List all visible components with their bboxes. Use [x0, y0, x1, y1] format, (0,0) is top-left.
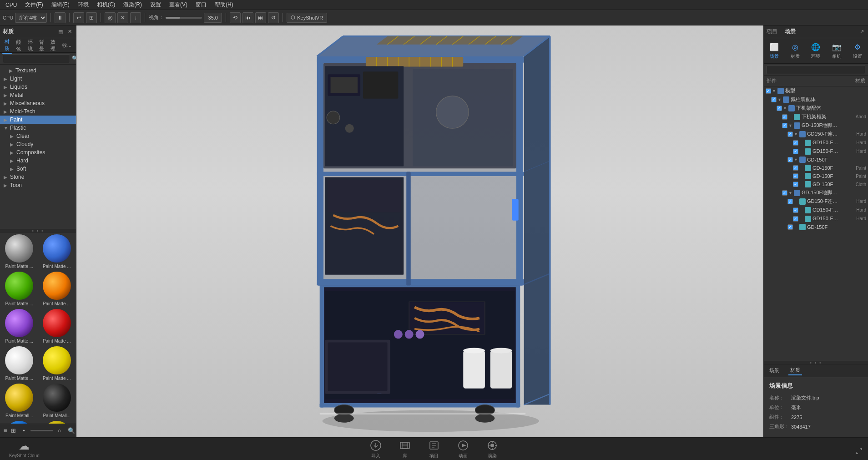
mat-item-gold[interactable]: Paint Metall... [2, 384, 37, 418]
checkbox-conn2a[interactable]: ✓ [793, 207, 798, 213]
tool-btn3[interactable]: ◎ [105, 12, 116, 23]
animation-btn[interactable]: 动画 [453, 437, 473, 460]
tool-btn7[interactable]: ⏮ [242, 12, 253, 23]
expand-foot2[interactable]: ▼ [788, 191, 794, 195]
menu-edit[interactable]: 编辑(E) [48, 0, 73, 10]
tab-more[interactable]: 收... [60, 41, 74, 50]
right-icon-settings[interactable]: ⚙ 设置 [849, 40, 866, 61]
mat-item-green[interactable]: Paint Matte ... [2, 272, 37, 306]
tree-moldtech[interactable]: ▶ Mold-Tech [0, 107, 76, 116]
mat-item-blue[interactable]: Paint Matte ... [40, 234, 75, 269]
keyshot-cloud-widget[interactable]: ☁ KeyShot Cloud [9, 440, 40, 458]
right-icon-material[interactable]: ◎ 材质 [787, 40, 804, 61]
menu-settings[interactable]: 设置 [146, 0, 165, 10]
menu-help[interactable]: 帮助(H) [211, 0, 237, 10]
tool-btn1[interactable]: ↩ [73, 12, 84, 23]
checkbox-foot1[interactable]: ✓ [782, 123, 787, 128]
checkbox-foot2[interactable]: ✓ [782, 190, 787, 196]
expand-frame-assy[interactable]: ▼ [783, 106, 788, 111]
tree-hard[interactable]: ▶ Hard [0, 157, 76, 165]
project-btn[interactable]: 项目 [424, 437, 444, 460]
grid-view-icon[interactable]: ⊞ [11, 426, 16, 435]
tab-environment[interactable]: 环境 [25, 38, 35, 53]
tab-scene[interactable]: 场景 [785, 28, 796, 35]
mat-item-purple[interactable]: Paint Matte ... [2, 309, 37, 344]
pause-btn[interactable]: ⏸ [55, 12, 66, 23]
rb-tab-scene[interactable]: 场景 [767, 366, 781, 375]
search-input[interactable] [3, 54, 70, 63]
tab-texture[interactable]: 效理 [48, 38, 58, 53]
expand-gd150f-grp[interactable]: ▼ [794, 157, 799, 162]
right-icon-scene[interactable]: ⬜ 场景 [766, 40, 783, 61]
tree-cloudy[interactable]: ▶ Cloudy [0, 140, 76, 148]
tool-btn2[interactable]: ⊞ [86, 12, 97, 23]
import-btn[interactable]: 导入 [366, 437, 386, 460]
tree-row-conn2[interactable]: ✓ ▶ GD150-F连接板 Hard [764, 197, 868, 206]
size-large-icon[interactable]: ○ [55, 426, 64, 435]
checkbox-frame[interactable]: ✓ [782, 114, 787, 120]
tree-textured[interactable]: ▶ Textured [0, 66, 76, 75]
checkbox-gd150f-grp[interactable]: ✓ [787, 157, 793, 162]
menu-window[interactable]: 窗口 [192, 0, 210, 10]
tree-toon[interactable]: ▶ Toon [0, 181, 76, 189]
grid-separator[interactable]: • • • [0, 229, 76, 233]
tree-row-model[interactable]: ✓ ▼ 模型 [764, 86, 868, 95]
right-icon-camera[interactable]: 📷 相机 [828, 40, 845, 61]
tree-misc[interactable]: ▶ Miscellaneous [0, 99, 76, 107]
tree-liquids[interactable]: ▶ Liquids [0, 83, 76, 91]
tab-background[interactable]: 背景 [36, 38, 47, 53]
mat-item-yellow[interactable]: Paint Matte ... [40, 346, 75, 381]
expand-foot1[interactable]: ▼ [788, 123, 794, 128]
size-slider[interactable] [30, 430, 53, 431]
right-panel-separator[interactable]: • • • [764, 361, 868, 364]
tree-row-conn2b[interactable]: ✓ ▶ GD150-F连接板 Hard [764, 214, 868, 223]
mat-item-orange[interactable]: Paint Matte ... [40, 272, 75, 306]
checkbox-gd150f-1[interactable]: ✓ [793, 165, 798, 171]
mat-item-gray[interactable]: Paint Matte ... [2, 234, 37, 269]
right-search-input[interactable] [767, 65, 865, 74]
tool-btn8[interactable]: ⏭ [255, 12, 266, 23]
tree-row-foot2[interactable]: ✓ ▼ GD-150F地脚组件 [764, 188, 868, 197]
checkbox-frame-assy[interactable]: ✓ [777, 106, 782, 111]
checkbox-conn2b[interactable]: ✓ [793, 216, 798, 222]
angle-input[interactable] [204, 13, 222, 23]
menu-env[interactable]: 环境 [74, 0, 92, 10]
viewport[interactable] [76, 25, 763, 437]
tree-row-frame[interactable]: ✓ ▶ 下机架框架 Anod [764, 112, 868, 121]
keyshot-vr-btn[interactable]: ⬡ KeyShotVR [287, 13, 327, 23]
size-small-icon[interactable]: • [20, 426, 29, 435]
tree-row-conn1b[interactable]: ✓ ▶ GD150-F连接板 Hard [764, 147, 868, 156]
tree-plastic[interactable]: ▼ Plastic [0, 124, 76, 132]
checkbox-conn2[interactable]: ✓ [787, 199, 793, 204]
tree-clear[interactable]: ▶ Clear [0, 132, 76, 140]
tree-row-foot1[interactable]: ✓ ▼ GD-150F地脚组件 [764, 121, 868, 130]
core-select[interactable]: 所有4核 [15, 13, 47, 23]
left-panel-icon2[interactable]: ✕ [66, 28, 73, 35]
left-panel-icon1[interactable]: ▤ [57, 28, 64, 35]
tree-row-frame-assy[interactable]: ✓ ▼ 下机架配体 [764, 104, 868, 112]
tree-stone[interactable]: ▶ Stone [0, 173, 76, 181]
expand-btn[interactable] [854, 446, 863, 455]
tree-row-gd150f-2[interactable]: ✓ ▶ GD-150F Paint [764, 172, 868, 180]
tree-row-conn2a[interactable]: ✓ ▶ GD150-F连接板 Hard [764, 206, 868, 214]
list-view-icon[interactable]: ≡ [4, 426, 7, 435]
checkbox-gd150f-2[interactable]: ✓ [793, 173, 798, 179]
checkbox-gd150f-last[interactable]: ✓ [787, 224, 793, 230]
menu-file[interactable]: 文件(F) [21, 0, 46, 10]
tree-row-gd150f-3[interactable]: ✓ ▶ GD-150F Cloth [764, 180, 868, 188]
right-panel-expand-icon[interactable]: ↗ [858, 28, 865, 35]
checkbox-conn1b[interactable]: ✓ [793, 149, 798, 154]
checkbox-model[interactable]: ✓ [766, 88, 771, 94]
tab-colors[interactable]: 颜色 [13, 38, 24, 53]
checkbox-assembly[interactable]: ✓ [771, 97, 777, 102]
angle-slider[interactable] [166, 17, 202, 19]
checkbox-gd150f-3[interactable]: ✓ [793, 182, 798, 187]
rb-tab-material[interactable]: 材质 [788, 366, 802, 375]
mat-item-black[interactable]: Paint Metall... [40, 384, 75, 418]
render-btn[interactable]: 演染 [482, 437, 502, 460]
tree-composites[interactable]: ▶ Composites [0, 148, 76, 157]
mat-item-red[interactable]: Paint Matte ... [40, 309, 75, 344]
tree-row-assembly[interactable]: ✓ ▼ 氮柱装配体 [764, 95, 868, 104]
tree-metal[interactable]: ▶ Metal [0, 91, 76, 99]
menu-camera[interactable]: 相机(C) [93, 0, 119, 10]
